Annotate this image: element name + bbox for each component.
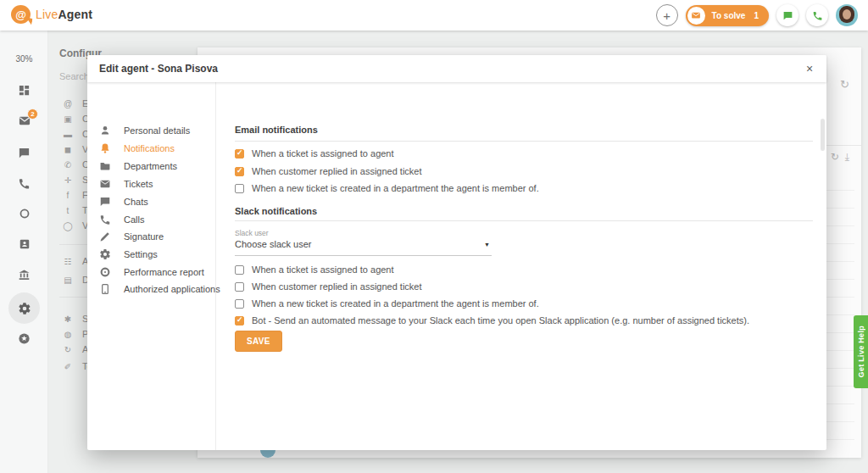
menu-item-calls[interactable]: Calls [99, 211, 144, 228]
gear-icon [18, 302, 31, 315]
checkbox[interactable] [235, 316, 244, 326]
save-button[interactable]: SAVE [235, 331, 282, 352]
menu-item-departments[interactable]: Departments [99, 158, 177, 175]
get-live-help-button[interactable]: Get Live Help [854, 315, 868, 388]
add-button[interactable]: + [656, 4, 678, 26]
to-solve-label: To solve [712, 11, 746, 20]
download-icon[interactable]: ⤓ [845, 151, 849, 163]
user-avatar[interactable] [836, 4, 858, 26]
sidebar-starred-button[interactable] [0, 332, 48, 345]
at-icon: @ [63, 99, 73, 109]
liveagent-logo[interactable]: @ LiveAgent [11, 5, 92, 24]
menu-item-personal-details[interactable]: Personal details [99, 122, 190, 139]
checkbox[interactable] [235, 265, 244, 275]
checkbox[interactable] [235, 149, 244, 159]
menu-item-tickets[interactable]: Tickets [99, 175, 153, 192]
chat-icon: ▬ [63, 130, 73, 139]
to-solve-button[interactable]: To solve 1 [686, 5, 769, 26]
slack-icon: ✛ [63, 175, 73, 185]
viber-icon: ◯ [63, 221, 73, 231]
checkbox[interactable] [235, 282, 244, 292]
checkbox-row-email-replied[interactable]: When customer replied in assigned ticket [235, 166, 422, 176]
modal-header: Edit agent - Sona Pisova × [87, 55, 826, 82]
chat-icon [782, 10, 793, 21]
refresh-icon: ↻ [63, 345, 73, 354]
checkbox[interactable] [235, 299, 244, 309]
calls-button[interactable] [806, 4, 828, 26]
sidebar-tickets-button[interactable]: 2 [0, 114, 48, 127]
modal-title: Edit agent - Sona Pisova [99, 63, 218, 75]
menu-item-performance-report[interactable]: Performance report [99, 264, 204, 281]
pen-icon [99, 231, 111, 242]
checkbox-label: Bot - Send an automated message to your … [252, 315, 749, 326]
edit-agent-modal: Edit agent - Sona Pisova × Personal deta… [87, 55, 826, 450]
chat-icon [18, 147, 31, 159]
refresh-icon[interactable]: ↻ [831, 151, 839, 163]
chats-button[interactable] [776, 4, 798, 26]
checkbox-label: When customer replied in assigned ticket [252, 166, 422, 176]
sidebar-calls-button[interactable] [0, 177, 48, 190]
email-notifications-header: Email notifications [235, 125, 318, 135]
logo-text: LiveAgent [36, 8, 92, 21]
phone-icon [99, 214, 111, 225]
ring-icon [19, 208, 31, 220]
menu-item-signature[interactable]: Signature [99, 228, 164, 245]
globe-icon: ◍ [63, 330, 73, 339]
modal-menu: Personal details Notifications Departmen… [87, 82, 216, 450]
phone-icon [812, 10, 823, 21]
refresh-icon[interactable]: ↻ [840, 78, 849, 91]
wrench-icon: ✐ [63, 362, 73, 371]
mail-icon [99, 178, 111, 190]
smartphone-icon [99, 283, 111, 295]
sidebar-automation-button[interactable] [0, 208, 48, 220]
slack-notifications-header: Slack notifications [235, 206, 317, 216]
checkbox[interactable] [235, 167, 244, 176]
menu-item-notifications[interactable]: Notifications [99, 140, 175, 157]
close-icon[interactable]: × [801, 60, 818, 77]
to-solve-count: 1 [754, 11, 759, 20]
divider [235, 220, 813, 221]
notifications-panel: Email notifications When a ticket is ass… [216, 82, 826, 450]
video-icon: ◼ [63, 145, 73, 154]
envelope-icon [687, 7, 705, 25]
slack-user-label: Slack user [235, 229, 269, 237]
checkbox-row-slack-assigned[interactable]: When a ticket is assigned to agent [235, 264, 394, 275]
sidebar-dashboard-button[interactable] [0, 84, 48, 97]
top-header: @ LiveAgent + To solve 1 [0, 0, 868, 31]
modal-scrollbar[interactable] [821, 119, 825, 151]
menu-item-authorized-applications[interactable]: Authorized applications [99, 281, 220, 298]
icon-sidebar: 30% 2 [0, 31, 48, 473]
bg-nav-video[interactable]: ◼Vi [63, 144, 91, 154]
star-icon [18, 332, 31, 345]
checkbox-row-email-new-ticket[interactable]: When a new ticket is created in a depart… [235, 183, 539, 193]
chevron-down-icon: ▼ [484, 242, 490, 248]
slack-user-select[interactable]: Choose slack user ▼ [235, 239, 492, 256]
logo-bubble-icon: @ [11, 5, 31, 24]
sidebar-contacts-button[interactable] [0, 238, 48, 250]
bg-nav-slack[interactable]: ✛Sl [63, 175, 91, 185]
widget-icon: ▣ [63, 114, 73, 124]
checkbox[interactable] [235, 184, 244, 193]
menu-item-settings[interactable]: Settings [99, 246, 158, 263]
folder-icon [99, 160, 111, 172]
sidebar-academy-button[interactable] [0, 269, 48, 281]
person-icon [99, 125, 111, 136]
menu-item-chats[interactable]: Chats [99, 193, 148, 210]
gear-icon [99, 248, 111, 260]
checkbox-label: When a ticket is assigned to agent [252, 264, 394, 275]
sidebar-chats-button[interactable] [0, 147, 48, 159]
sidebar-configuration-button[interactable] [0, 302, 48, 315]
gear-icon: ✱ [63, 314, 73, 324]
bg-nav-viber[interactable]: ◯Vi [63, 220, 91, 231]
facebook-icon: f [63, 191, 73, 200]
people-icon: ☷ [63, 257, 73, 266]
checkbox-row-slack-bot[interactable]: Bot - Send an automated message to your … [235, 315, 749, 326]
checkbox-row-slack-new-ticket[interactable]: When a new ticket is created in a depart… [235, 298, 539, 309]
checkbox-row-email-assigned[interactable]: When a ticket is assigned to agent [235, 148, 394, 159]
twitter-icon: t [63, 206, 73, 215]
dashboard-icon [18, 84, 31, 97]
contact-card-icon [19, 238, 31, 250]
checkbox-row-slack-replied[interactable]: When customer replied in assigned ticket [235, 281, 422, 292]
academy-icon [18, 269, 31, 281]
checkbox-label: When customer replied in assigned ticket [252, 281, 422, 292]
